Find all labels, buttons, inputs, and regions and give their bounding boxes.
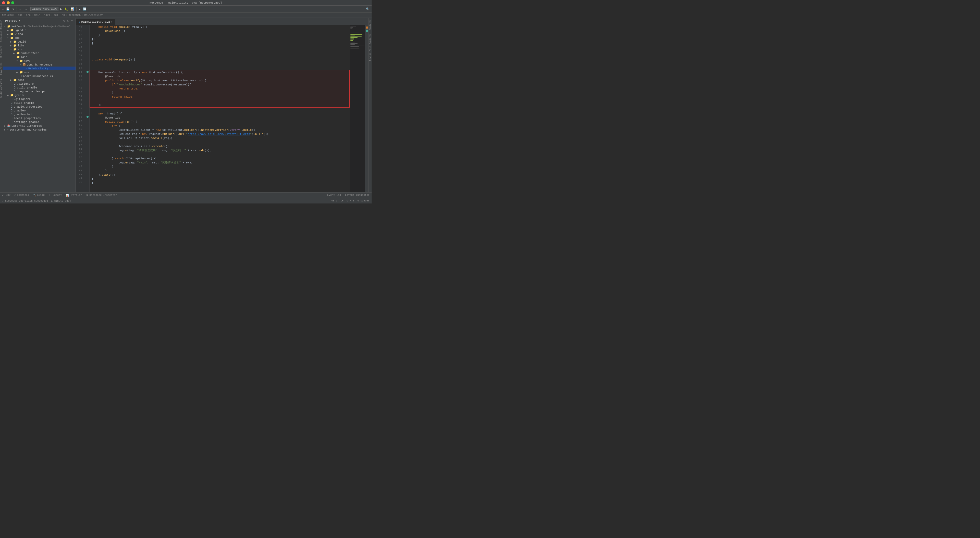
gradle-sync-btn[interactable]: 🔄 xyxy=(82,7,88,11)
code-area[interactable]: public void onClick(View v) { doRequest(… xyxy=(89,25,350,192)
tree-item-gitignore-app[interactable]: 🗋 .gitignore xyxy=(3,82,76,86)
toolbar-menu-btn[interactable]: ≡ xyxy=(1,7,5,11)
status-position[interactable]: 48:6 xyxy=(331,199,337,202)
tree-item-build[interactable]: ▶ 📁 build xyxy=(3,40,76,44)
tree-item-gradle-hidden[interactable]: ▶ 📁 .gradle xyxy=(3,28,76,32)
tree-item-libs[interactable]: ▶ 📁 libs xyxy=(3,44,76,48)
minimap-line xyxy=(350,42,356,42)
ln-81: 81 xyxy=(76,176,83,180)
database-icon: 🗄 xyxy=(86,194,89,197)
breadcrumb-nb[interactable]: nb xyxy=(62,14,65,17)
minimize-button[interactable] xyxy=(6,1,10,4)
search-btn[interactable]: 🔍 xyxy=(365,7,371,11)
ln-68: 68 xyxy=(76,123,83,127)
tree-item-gradle-dir[interactable]: ▶ 📁 gradle xyxy=(3,93,76,97)
tree-item-mainactivity[interactable]: ☕ MainActivity xyxy=(3,67,76,70)
toolbar-forward-btn[interactable]: → xyxy=(23,7,28,11)
breadcrumb-java[interactable]: java xyxy=(44,14,50,17)
project-gear-icon[interactable]: ⋯ xyxy=(71,19,73,23)
breadcrumb-com[interactable]: com xyxy=(54,14,58,17)
minimap-line xyxy=(350,40,353,41)
tree-item-proguard[interactable]: 🗋 proguard-rules.pro xyxy=(3,89,76,93)
status-lf[interactable]: LF xyxy=(340,199,344,202)
code-line-69: OkHttpClient client = new OkHttpClient.B… xyxy=(92,128,348,132)
right-indicator-warning xyxy=(366,27,368,29)
tree-item-app[interactable]: ▾ 📁 app xyxy=(3,36,76,40)
logcat-icon: 6: xyxy=(49,194,52,197)
tree-item-gitignore-root[interactable]: 🗋 .gitignore xyxy=(3,97,76,101)
tree-item-androidtest[interactable]: ▶ 📁 androidTest xyxy=(3,51,76,55)
code-line-80: }.start(); xyxy=(92,173,348,177)
status-encoding[interactable]: UTF-8 xyxy=(347,199,354,202)
breadcrumb-netdemo5b[interactable]: netdemo5 xyxy=(68,14,81,17)
breadcrumb-mainactivity[interactable]: MainActivity xyxy=(84,14,103,17)
editor-tab-mainactivity[interactable]: ☕ MainActivity.java ✕ xyxy=(76,19,115,25)
resource-manager-tab[interactable]: Resource Manager xyxy=(0,18,3,44)
tree-item-settings-gradle[interactable]: 🗋 settings.gradle xyxy=(3,120,76,124)
tree-item-gradle-properties[interactable]: 🗋 gradle.properties xyxy=(3,105,76,109)
code-line-78: } xyxy=(92,165,348,169)
toolbar-sync-btn[interactable]: ↻ xyxy=(11,7,16,11)
code-line-47: }; xyxy=(92,37,348,41)
code-line-75 xyxy=(92,152,348,157)
breadcrumb-main[interactable]: main xyxy=(34,14,40,17)
ln-65: 65 xyxy=(76,111,83,115)
tree-item-buildgradle-app[interactable]: 🗋 build.gradle xyxy=(3,86,76,89)
tree-item-src[interactable]: ▾ 📁 src xyxy=(3,48,76,51)
run-btn[interactable]: ▶ xyxy=(59,7,63,11)
code-line-68: try { xyxy=(92,124,348,128)
terminal-tab[interactable]: ⊞ Terminal xyxy=(14,193,30,197)
device-explorer-tab[interactable]: Device File Explorer xyxy=(369,32,372,62)
build-tab[interactable]: 🔨 Build xyxy=(32,193,46,197)
device-selector[interactable]: Xiaomi M2007J17C xyxy=(30,7,59,11)
tree-item-java[interactable]: ▾ 📁 java xyxy=(3,59,76,63)
bottom-bar: ✓ TODO ⊞ Terminal 🔨 Build 6: Logcat 📊 Pr… xyxy=(0,192,372,198)
project-settings-icon[interactable]: ⚙ xyxy=(63,19,65,23)
window-controls[interactable] xyxy=(2,1,14,4)
status-indent[interactable]: 4 spaces xyxy=(357,199,369,202)
tree-item-buildgradle-root[interactable]: 🗋 build.gradle xyxy=(3,101,76,105)
debug-btn[interactable]: 🐛 xyxy=(64,7,69,11)
database-inspector-tab[interactable]: 🗄 Database Inspector xyxy=(85,193,118,197)
emulator-tab[interactable]: Emulator xyxy=(369,18,372,32)
breadcrumb-src[interactable]: src xyxy=(26,14,30,17)
tree-item-test[interactable]: ▶ 📁 test xyxy=(3,78,76,82)
breadcrumb-app[interactable]: app xyxy=(18,14,22,17)
structure-tab[interactable]: Structure xyxy=(0,44,3,60)
code-line-63: }; xyxy=(92,103,348,107)
build-variants-tab[interactable]: Build Variants xyxy=(0,77,3,100)
event-log-tab[interactable]: Event Log xyxy=(326,193,342,197)
minimap-line xyxy=(350,44,355,44)
toolbar-save-btn[interactable]: 💾 xyxy=(5,7,11,11)
tree-item-main[interactable]: ▾ 📁 main xyxy=(3,55,76,59)
project-collapse-icon[interactable]: ⊟ xyxy=(67,19,70,23)
toolbar-back-btn[interactable]: ← xyxy=(18,7,23,11)
tree-item-gradlew[interactable]: 🗋 gradlew xyxy=(3,109,76,113)
tree-item-res[interactable]: ▶ 📁 res xyxy=(3,70,76,74)
tree-item-package[interactable]: ▾ 📦 com.nb.netdemo5 xyxy=(3,63,76,67)
logcat-tab[interactable]: 6: Logcat xyxy=(48,193,63,197)
layout-inspector-tab[interactable]: Layout Inspector xyxy=(344,193,371,197)
tree-item-local-properties[interactable]: 🗋 local.properties xyxy=(3,116,76,120)
tree-item-gradlewbat[interactable]: 🗋 gradlew.bat xyxy=(3,113,76,116)
code-line-82: } xyxy=(92,181,348,185)
tree-item-scratches[interactable]: ▶ ✏ Scratches and Consoles xyxy=(3,128,76,132)
tab-close-icon[interactable]: ✕ xyxy=(111,21,113,24)
tree-item-ext-libs[interactable]: ▶ 📚 External Libraries xyxy=(3,124,76,128)
tree-item-idea[interactable]: ▶ 📁 .idea xyxy=(3,32,76,36)
gutter-mark-67 xyxy=(86,116,89,118)
todo-tab[interactable]: ✓ TODO xyxy=(1,193,11,197)
tree-item-root[interactable]: ▾ 📁 NetDemo5 ~/AndroidStudioProjects/Net… xyxy=(3,24,76,28)
stop-btn[interactable]: ■ xyxy=(78,7,81,11)
ln-45: 45 xyxy=(76,29,83,33)
code-line-60: } xyxy=(92,91,348,95)
toolbar: ≡ 💾 ↻ ← → Xiaomi M2007J17C ▶ 🐛 📊 ■ 🔄 🔍 xyxy=(0,6,372,13)
favorites-tab[interactable]: Favorites xyxy=(0,60,3,77)
profile-btn[interactable]: 📊 xyxy=(70,7,75,11)
minimap-line xyxy=(350,36,363,36)
maximize-button[interactable] xyxy=(11,1,14,4)
profiler-tab[interactable]: 📊 Profiler xyxy=(65,193,83,197)
tree-item-manifest[interactable]: 🗋 AndroidManifest.xml xyxy=(3,74,76,78)
breadcrumb-netdemo5[interactable]: NetDemo5 xyxy=(2,14,14,17)
close-button[interactable] xyxy=(2,1,5,4)
